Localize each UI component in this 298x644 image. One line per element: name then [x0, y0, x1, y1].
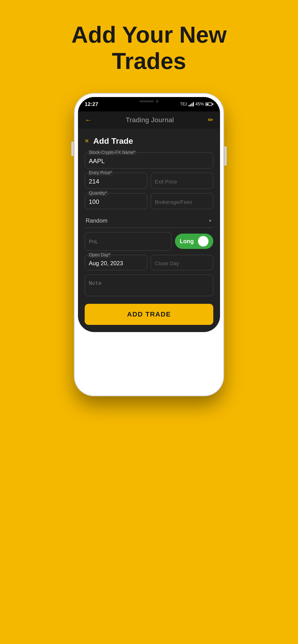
note-group: [85, 274, 213, 297]
long-label: Long: [180, 238, 194, 244]
status-right: TE2 45%: [180, 102, 213, 106]
back-icon[interactable]: ←: [85, 116, 92, 124]
long-toggle[interactable]: Long: [175, 234, 213, 249]
edit-icon[interactable]: ✏: [208, 116, 213, 124]
brokerage-group: [151, 193, 213, 209]
page-title: Add Your New Trades: [29, 22, 269, 74]
pnl-input[interactable]: [85, 232, 172, 250]
asset-name-group: Stock-Crypto-FX Name*: [85, 152, 213, 168]
screen-content: × Add Trade Stock-Crypto-FX Name* Entry …: [78, 129, 220, 332]
strategy-select[interactable]: Random Trend Following Scalping Swing: [85, 214, 213, 228]
toggle-knob: [198, 236, 209, 246]
open-day-group: Open Day*: [85, 255, 147, 270]
entry-price-group: Entry Price*: [85, 173, 147, 189]
close-day-input[interactable]: [151, 255, 213, 270]
notch-speaker: [139, 100, 154, 102]
quantity-label: Quantity*: [88, 191, 108, 196]
signal-bars-icon: [189, 102, 194, 106]
exit-price-input[interactable]: [151, 173, 213, 189]
status-bar: 12:27 TE2 45%: [78, 97, 220, 112]
status-time: 12:27: [85, 101, 98, 107]
price-row: Entry Price*: [85, 173, 213, 189]
close-icon[interactable]: ×: [85, 137, 89, 145]
phone-shell: 12:27 TE2 45%: [75, 94, 223, 396]
exit-price-group: [151, 173, 213, 189]
entry-price-label: Entry Price*: [88, 170, 113, 176]
nav-bar: ← Trading Journal ✏: [78, 112, 220, 129]
notch-camera: [156, 100, 159, 103]
battery-percent: 45%: [195, 102, 204, 106]
battery-icon: [205, 102, 213, 106]
close-day-group: [151, 255, 213, 270]
add-trade-button[interactable]: ADD TRADE: [85, 304, 213, 325]
carrier-text: TE2: [180, 102, 187, 106]
asset-label: Stock-Crypto-FX Name*: [88, 150, 136, 155]
strategy-dropdown-group: Random Trend Following Scalping Swing ▾: [85, 214, 213, 228]
quantity-row: Quantity*: [85, 193, 213, 209]
note-input[interactable]: [85, 274, 213, 296]
date-row: Open Day*: [85, 255, 213, 270]
open-day-label: Open Day*: [88, 252, 111, 258]
form-header: × Add Trade: [85, 136, 213, 146]
pnl-field-wrap: [85, 232, 172, 250]
pnl-toggle-row: Long: [85, 232, 213, 250]
form-title: Add Trade: [93, 136, 133, 146]
quantity-group: Quantity*: [85, 193, 147, 209]
nav-title: Trading Journal: [126, 116, 174, 124]
phone-screen: 12:27 TE2 45%: [78, 97, 220, 332]
page-header: Add Your New Trades: [0, 0, 298, 89]
phone-wrapper: 12:27 TE2 45%: [75, 94, 223, 396]
brokerage-input[interactable]: [151, 193, 213, 209]
notch: [130, 97, 168, 106]
